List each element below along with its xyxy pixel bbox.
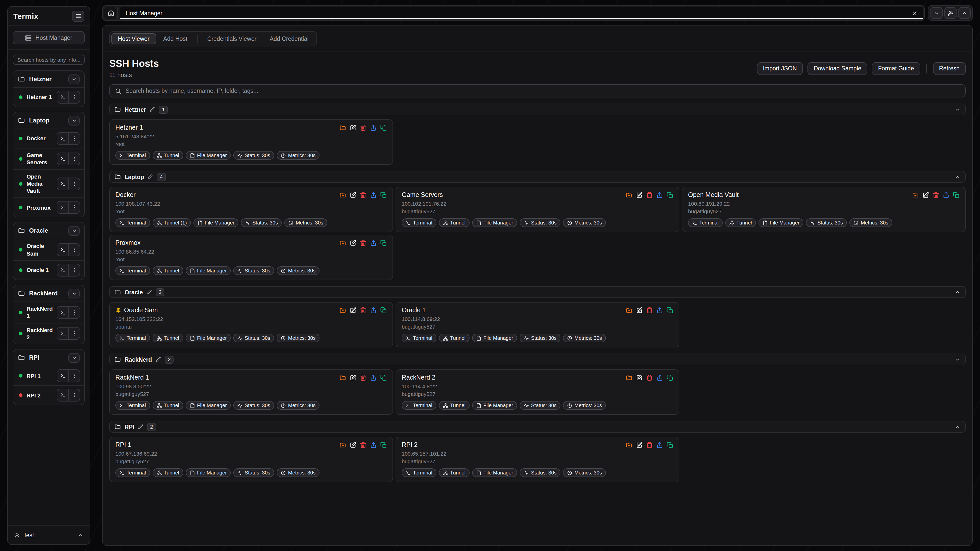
edit-host-button[interactable]	[350, 124, 356, 131]
tunnel-chip[interactable]: Tunnel	[153, 468, 183, 477]
terminal-button[interactable]	[57, 306, 68, 318]
file-manager-chip[interactable]: File Manager	[186, 333, 231, 342]
metrics-chip[interactable]: Metrics: 30s	[563, 401, 606, 410]
file-manager-chip[interactable]: File Manager	[186, 468, 231, 477]
edit-folder-icon[interactable]	[156, 357, 161, 362]
delete-host-button[interactable]	[360, 375, 366, 381]
terminal-button[interactable]	[57, 370, 68, 382]
terminal-button[interactable]	[57, 91, 68, 103]
export-host-button[interactable]	[656, 307, 663, 314]
export-host-button[interactable]	[370, 442, 377, 448]
status-chip[interactable]: Status: 30s	[234, 401, 274, 410]
edit-folder-icon[interactable]	[146, 289, 152, 295]
sidebar-host-row[interactable]: Docker	[13, 129, 84, 148]
metrics-chip[interactable]: Metrics: 30s	[277, 468, 320, 477]
remove-from-folder-button[interactable]	[912, 192, 919, 198]
copy-host-button[interactable]	[380, 192, 387, 198]
tunnel-chip[interactable]: Tunnel	[153, 266, 183, 275]
edit-host-button[interactable]	[922, 192, 929, 198]
delete-host-button[interactable]	[360, 124, 366, 131]
close-tab-button[interactable]	[912, 10, 918, 16]
folder-section-header[interactable]: RackNerd 2	[109, 354, 966, 365]
copy-host-button[interactable]	[380, 240, 387, 246]
sidebar-folder-header[interactable]: Hetzner	[13, 71, 84, 87]
metrics-chip[interactable]: Metrics: 30s	[563, 218, 606, 227]
sidebar-host-row[interactable]: RackNerd 1	[13, 302, 84, 323]
collapse-section-icon[interactable]	[955, 174, 961, 180]
tunnel-chip[interactable]: Tunnel	[725, 218, 756, 227]
delete-host-button[interactable]	[646, 375, 653, 381]
collapse-section-icon[interactable]	[955, 424, 961, 430]
metrics-chip[interactable]: Metrics: 30s	[277, 333, 320, 342]
edit-host-button[interactable]	[350, 192, 356, 198]
sidebar-host-row[interactable]: Oracle Sam	[13, 239, 84, 260]
metrics-chip[interactable]: Metrics: 30s	[277, 266, 320, 275]
sidebar-folder-header[interactable]: Oracle	[13, 223, 84, 239]
sidebar-host-row[interactable]: RackNerd 2	[13, 323, 84, 344]
tunnel-chip[interactable]: Tunnel	[439, 333, 469, 342]
delete-host-button[interactable]	[360, 442, 366, 448]
collapse-folder-button[interactable]	[68, 289, 80, 298]
sidebar-folder-header[interactable]: Laptop	[13, 112, 84, 129]
metrics-chip[interactable]: Metrics: 30s	[563, 333, 606, 342]
terminal-button[interactable]	[57, 133, 68, 144]
tab-credentials-viewer[interactable]: Credentials Viewer	[201, 33, 262, 44]
active-tab[interactable]: Host Manager	[120, 6, 923, 19]
tunnel-chip[interactable]: Tunnel	[153, 151, 183, 160]
terminal-chip[interactable]: Terminal	[115, 468, 150, 477]
export-host-button[interactable]	[370, 240, 377, 246]
tunnel-chip[interactable]: Tunnel	[153, 401, 183, 410]
terminal-chip[interactable]: Terminal	[115, 151, 150, 160]
status-chip[interactable]: Status: 30s	[520, 218, 561, 227]
file-manager-chip[interactable]: File Manager	[472, 218, 517, 227]
collapse-folder-button[interactable]	[68, 353, 80, 363]
status-chip[interactable]: Status: 30s	[520, 401, 561, 410]
file-manager-chip[interactable]: File Manager	[472, 333, 517, 342]
sidebar-host-row[interactable]: Proxmox	[13, 198, 84, 217]
host-menu-button[interactable]	[68, 91, 80, 103]
import-json-button[interactable]: Import JSON	[757, 62, 803, 75]
remove-from-folder-button[interactable]	[626, 375, 632, 381]
export-host-button[interactable]	[370, 124, 377, 131]
delete-host-button[interactable]	[646, 307, 653, 314]
sidebar-host-row[interactable]: Oracle 1	[13, 260, 84, 279]
remove-from-folder-button[interactable]	[339, 124, 346, 131]
collapse-section-icon[interactable]	[955, 106, 961, 113]
file-manager-chip[interactable]: File Manager	[472, 401, 517, 410]
remove-from-folder-button[interactable]	[339, 375, 346, 381]
host-menu-button[interactable]	[68, 202, 80, 213]
delete-host-button[interactable]	[360, 192, 366, 198]
remove-from-folder-button[interactable]	[339, 442, 346, 448]
remove-from-folder-button[interactable]	[626, 442, 632, 448]
terminal-chip[interactable]: Terminal	[115, 218, 150, 227]
collapse-folder-button[interactable]	[68, 116, 80, 125]
host-menu-button[interactable]	[68, 244, 80, 256]
file-manager-chip[interactable]: File Manager	[472, 468, 517, 477]
status-chip[interactable]: Status: 30s	[234, 266, 274, 275]
sidebar-folder-header[interactable]: RPI	[13, 350, 84, 366]
export-host-button[interactable]	[370, 375, 377, 381]
refresh-button[interactable]: Refresh	[933, 62, 966, 75]
copy-host-button[interactable]	[667, 307, 673, 314]
status-chip[interactable]: Status: 30s	[806, 218, 847, 227]
remove-from-folder-button[interactable]	[626, 192, 632, 198]
download-sample-button[interactable]: Download Sample	[808, 62, 867, 75]
delete-host-button[interactable]	[646, 442, 653, 448]
terminal-chip[interactable]: Terminal	[115, 401, 150, 410]
edit-host-button[interactable]	[350, 240, 356, 246]
remove-from-folder-button[interactable]	[339, 192, 346, 198]
edit-folder-icon[interactable]	[138, 424, 143, 430]
home-button[interactable]	[103, 6, 118, 19]
host-menu-button[interactable]	[68, 264, 80, 276]
remove-from-folder-button[interactable]	[339, 307, 346, 314]
edit-folder-icon[interactable]	[150, 106, 155, 112]
host-menu-button[interactable]	[68, 328, 80, 340]
terminal-chip[interactable]: Terminal	[402, 218, 436, 227]
delete-host-button[interactable]	[932, 192, 939, 198]
folder-section-header[interactable]: Laptop 4	[109, 171, 966, 183]
terminal-button[interactable]	[57, 328, 68, 340]
terminal-chip[interactable]: Terminal	[688, 218, 723, 227]
export-host-button[interactable]	[370, 307, 377, 314]
folder-section-header[interactable]: Hetzner 1	[109, 103, 966, 115]
edit-folder-icon[interactable]	[148, 174, 153, 179]
